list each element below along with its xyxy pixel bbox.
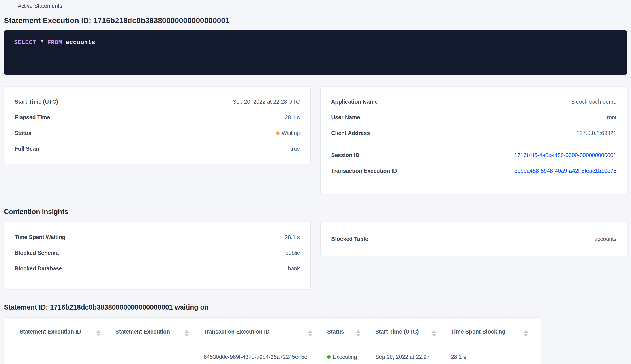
elapsed-time-label: Elapsed Time <box>14 114 50 121</box>
cell-statement-execution-id <box>10 343 106 364</box>
blocked-database-label: Blocked Database <box>14 266 62 272</box>
waiting-on-heading: Statement ID: 1716b218dc0b38380000000000… <box>4 303 627 311</box>
sql-statement-box: SELECT * FROM accounts <box>4 30 627 74</box>
status-row: Status Waiting <box>14 125 300 141</box>
column-header-status[interactable]: Status <box>318 322 366 343</box>
blocked-table-row: Blocked Table accounts <box>331 231 616 247</box>
back-link-label: Active Statements <box>18 3 62 9</box>
sort-icon <box>432 330 436 336</box>
status-text: Executing <box>333 354 357 360</box>
full-scan-row: Full Scan true <box>14 141 300 157</box>
executing-status-dot-icon <box>327 356 330 359</box>
waiting-on-table: Statement Execution ID Statement Executi… <box>10 322 534 364</box>
back-arrow-icon: ← <box>8 3 14 9</box>
application-name-value: $ cockroach demo <box>572 98 616 105</box>
sort-icon <box>524 330 528 336</box>
blocked-database-value: bank <box>288 266 300 272</box>
blocked-table-label: Blocked Table <box>331 236 368 242</box>
contention-waiting-card: Time Spent Waiting 28.1 s Blocked Schema… <box>4 222 310 289</box>
sort-icon <box>185 330 189 336</box>
transaction-execution-id-link[interactable]: e1bba458-5948-40a9-a42f-5feac1b10e75 <box>514 168 616 174</box>
status-text: Waiting <box>282 130 300 136</box>
user-name-value: root <box>607 114 616 121</box>
execution-details-cards: Start Time (UTC) Sep 20, 2022 at 22:28 U… <box>4 87 627 194</box>
back-to-active-statements-link[interactable]: ← Active Statements <box>8 3 62 9</box>
column-header-start-time[interactable]: Start Time (UTC) <box>366 322 442 343</box>
card-divider <box>331 144 616 144</box>
user-name-row: User Name root <box>331 110 616 125</box>
blocked-table-card: Blocked Table accounts <box>320 222 627 256</box>
column-label: Transaction Execution ID <box>204 328 270 338</box>
cell-transaction-execution-id: 64530d0c-969f-437e-a9b4-26a72245e45e <box>195 343 318 364</box>
column-label: Status <box>327 328 344 338</box>
column-label: Time Spent Blocking <box>451 328 506 338</box>
session-id-label: Session ID <box>331 152 360 158</box>
contention-insights-heading: Contention Insights <box>4 208 627 216</box>
sort-icon <box>356 330 360 336</box>
table-row: 64530d0c-969f-437e-a9b4-26a72245e45e Exe… <box>10 343 534 364</box>
column-header-time-spent-blocking[interactable]: Time Spent Blocking <box>442 322 534 343</box>
blocked-schema-row: Blocked Schema public <box>14 245 300 261</box>
full-scan-value: true <box>290 146 300 152</box>
page-title: Statement Execution ID: 1716b218dc0b3838… <box>4 16 627 25</box>
elapsed-time-value: 28.1 s <box>285 114 300 121</box>
cell-start-time: Sep 20, 2022 at 22:27 <box>366 343 442 364</box>
sql-table-name: accounts <box>66 39 95 46</box>
blocked-schema-label: Blocked Schema <box>14 250 59 256</box>
sql-star: * <box>40 39 47 46</box>
cell-statement-execution <box>106 343 195 364</box>
session-id-row: Session ID 1716b1f6-4e0c-f480-0000-00000… <box>331 147 616 163</box>
sql-keyword-from: FROM <box>47 39 66 46</box>
session-id-link[interactable]: 1716b1f6-4e0c-f480-0000-000000000001 <box>514 152 616 158</box>
waiting-on-table-card: Statement Execution ID Statement Executi… <box>4 318 540 364</box>
sort-icon <box>308 330 312 336</box>
time-spent-waiting-label: Time Spent Waiting <box>14 234 66 240</box>
blocked-schema-value: public <box>286 250 300 256</box>
transaction-execution-id-label: Transaction Execution ID <box>331 168 397 174</box>
session-details-card: Application Name $ cockroach demo User N… <box>320 87 627 194</box>
sql-statement: SELECT * FROM accounts <box>14 39 95 46</box>
status-value: Waiting <box>276 130 300 136</box>
table-header-row: Statement Execution ID Statement Executi… <box>10 322 534 343</box>
waiting-status-dot-icon <box>276 132 280 135</box>
transaction-execution-id-row: Transaction Execution ID e1bba458-5948-4… <box>331 163 616 179</box>
cell-status: Executing <box>318 343 366 364</box>
user-name-label: User Name <box>331 114 360 121</box>
application-name-row: Application Name $ cockroach demo <box>331 94 616 110</box>
status-label: Status <box>14 130 31 136</box>
start-time-value: Sep 20, 2022 at 22:28 UTC <box>233 98 300 105</box>
sql-keyword-select: SELECT <box>14 39 40 46</box>
cell-time-spent-blocking: 28.1 s <box>442 343 534 364</box>
start-time-label: Start Time (UTC) <box>14 98 58 105</box>
column-label: Start Time (UTC) <box>375 328 419 338</box>
time-spent-waiting-value: 28.1 s <box>285 234 300 240</box>
contention-insights-cards: Time Spent Waiting 28.1 s Blocked Schema… <box>4 222 627 289</box>
start-time-row: Start Time (UTC) Sep 20, 2022 at 22:28 U… <box>14 94 300 110</box>
client-address-value: 127.0.0.1:63321 <box>576 130 616 136</box>
column-label: Statement Execution ID <box>20 328 81 338</box>
column-header-statement-execution[interactable]: Statement Execution <box>106 322 195 343</box>
time-spent-waiting-row: Time Spent Waiting 28.1 s <box>14 230 300 245</box>
execution-summary-card: Start Time (UTC) Sep 20, 2022 at 22:28 U… <box>4 87 310 164</box>
column-header-transaction-execution-id[interactable]: Transaction Execution ID <box>195 322 318 343</box>
full-scan-label: Full Scan <box>14 146 39 152</box>
elapsed-time-row: Elapsed Time 28.1 s <box>14 110 300 125</box>
client-address-label: Client Address <box>331 130 370 136</box>
application-name-label: Application Name <box>331 98 378 105</box>
blocked-database-row: Blocked Database bank <box>14 261 300 276</box>
sort-icon <box>96 330 100 336</box>
column-header-statement-execution-id[interactable]: Statement Execution ID <box>10 322 106 343</box>
blocked-table-value: accounts <box>594 236 616 242</box>
statement-execution-details-page: ← Active Statements Statement Execution … <box>0 0 631 364</box>
client-address-row: Client Address 127.0.0.1:63321 <box>331 125 616 141</box>
column-label: Statement Execution <box>116 328 170 338</box>
